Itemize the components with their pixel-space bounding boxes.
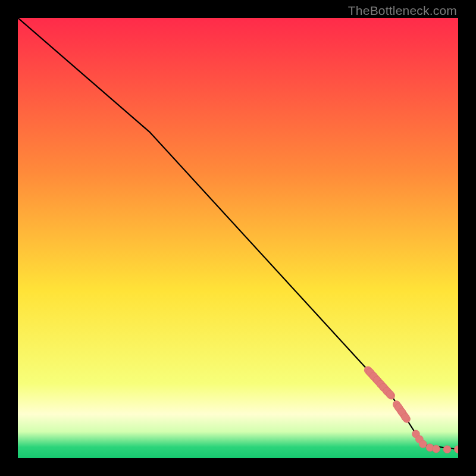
data-marker (402, 414, 409, 421)
chart-frame (18, 18, 458, 458)
data-marker (433, 445, 440, 453)
data-marker (419, 440, 427, 448)
data-marker (386, 390, 394, 398)
data-marker (443, 446, 451, 453)
watermark-text: TheBottleneck.com (348, 4, 457, 18)
chart-svg (18, 18, 458, 458)
